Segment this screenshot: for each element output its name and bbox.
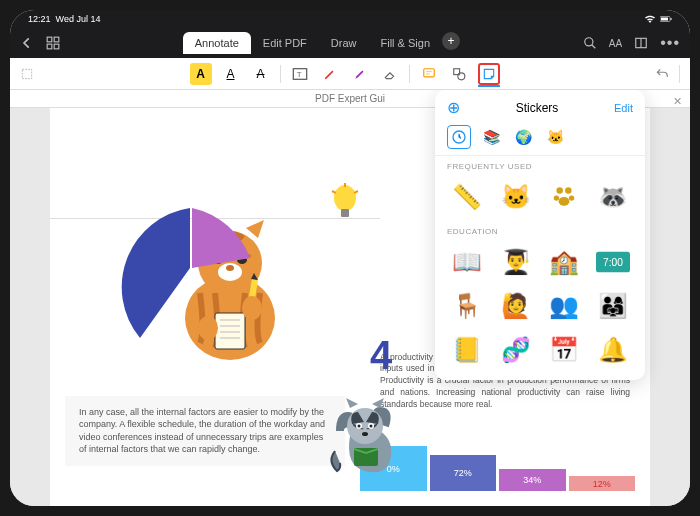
- stickers-title: Stickers: [516, 101, 559, 115]
- textsize-icon[interactable]: AA: [609, 38, 622, 49]
- book-icon[interactable]: [634, 36, 648, 50]
- svg-point-52: [565, 187, 572, 194]
- category-world[interactable]: 🌍: [511, 125, 535, 149]
- bar-chart: 0% 72% 34% 12%: [360, 441, 635, 491]
- wifi-icon: [644, 15, 656, 23]
- svg-rect-2: [671, 18, 672, 20]
- svg-rect-9: [22, 69, 31, 78]
- svg-point-7: [585, 38, 593, 46]
- svg-point-14: [457, 72, 464, 79]
- time: 12:21: [28, 14, 51, 24]
- svg-point-54: [569, 195, 574, 200]
- svg-rect-31: [341, 209, 349, 217]
- more-icon[interactable]: •••: [660, 34, 680, 52]
- tab-fill-sign[interactable]: Fill & Sign: [369, 32, 443, 54]
- status-bar: 12:21 Wed Jul 14: [10, 10, 690, 28]
- edit-stickers-button[interactable]: Edit: [614, 102, 633, 114]
- stickers-panel: ⊕ Stickers Edit 📚 🌍 🐱 FREQUENTLY USED 📏 …: [435, 90, 645, 380]
- strike-tool[interactable]: A: [250, 63, 272, 85]
- sticker-family[interactable]: 👨‍👩‍👧: [591, 286, 635, 326]
- underline-tool[interactable]: A: [220, 63, 242, 85]
- top-bar: Annotate Edit PDF Draw Fill & Sign + AA …: [10, 28, 690, 58]
- sticker-school[interactable]: 🏫: [542, 242, 586, 282]
- cat-sticker[interactable]: [160, 208, 360, 388]
- sticker-cat-writing[interactable]: 🐱: [494, 177, 538, 217]
- document-title: PDF Expert Gui: [315, 93, 385, 104]
- category-cat[interactable]: 🐱: [543, 125, 567, 149]
- textbox-tool[interactable]: T: [289, 63, 311, 85]
- sticker-clock[interactable]: 7:00: [591, 242, 635, 282]
- svg-rect-12: [423, 68, 434, 76]
- svg-rect-3: [47, 37, 52, 42]
- note-tool[interactable]: [418, 63, 440, 85]
- category-recent[interactable]: [447, 125, 471, 149]
- marker-tool[interactable]: [349, 63, 371, 85]
- add-tab-button[interactable]: +: [442, 32, 460, 50]
- pen-tool[interactable]: [319, 63, 341, 85]
- sticker-notebook[interactable]: 📒: [445, 330, 489, 370]
- svg-rect-1: [661, 18, 668, 21]
- sticker-student[interactable]: 🙋: [494, 286, 538, 326]
- document-canvas[interactable]: PDF Expert Gui ✕: [10, 90, 690, 506]
- tab-draw[interactable]: Draw: [319, 32, 369, 54]
- svg-rect-4: [54, 37, 59, 42]
- date: Wed Jul 14: [56, 14, 101, 24]
- battery-icon: [660, 15, 672, 23]
- back-icon[interactable]: [20, 36, 34, 50]
- svg-point-30: [334, 185, 356, 211]
- svg-point-48: [362, 432, 368, 436]
- sticker-desk[interactable]: 🪑: [445, 286, 489, 326]
- close-document-icon[interactable]: ✕: [673, 92, 682, 110]
- sticker-tool[interactable]: [478, 63, 500, 85]
- svg-rect-6: [54, 44, 59, 49]
- add-stickers-button[interactable]: ⊕: [447, 98, 460, 117]
- sticker-paw[interactable]: [542, 177, 586, 217]
- svg-point-53: [554, 195, 559, 200]
- bar-4: 12%: [569, 476, 636, 491]
- svg-rect-5: [47, 44, 52, 49]
- select-icon[interactable]: [20, 67, 34, 81]
- search-icon[interactable]: [583, 36, 597, 50]
- svg-text:T: T: [296, 70, 301, 79]
- sticker-dna[interactable]: 🧬: [494, 330, 538, 370]
- highlight-tool[interactable]: A: [190, 63, 212, 85]
- sticker-crowd[interactable]: 👥: [542, 286, 586, 326]
- svg-point-51: [556, 187, 563, 194]
- sticker-book-open[interactable]: 📖: [445, 242, 489, 282]
- svg-text:7:00: 7:00: [603, 257, 623, 268]
- section-education: EDUCATION: [435, 221, 645, 238]
- eraser-tool[interactable]: [379, 63, 401, 85]
- text-box: In any case, all the internal factors ar…: [65, 396, 345, 466]
- sticker-bell[interactable]: 🔔: [591, 330, 635, 370]
- svg-point-43: [347, 408, 383, 444]
- shape-tool[interactable]: [448, 63, 470, 85]
- category-education[interactable]: 📚: [479, 125, 503, 149]
- annotate-toolbar: A A A T: [10, 58, 690, 90]
- svg-point-47: [370, 425, 373, 428]
- bar-2: 72%: [430, 455, 497, 491]
- undo-icon[interactable]: [655, 67, 669, 81]
- section-frequent: FREQUENTLY USED: [435, 156, 645, 173]
- svg-point-46: [358, 425, 361, 428]
- tab-annotate[interactable]: Annotate: [183, 32, 251, 54]
- bar-3: 34%: [499, 469, 566, 492]
- tab-edit-pdf[interactable]: Edit PDF: [251, 32, 319, 54]
- grid-icon[interactable]: [46, 36, 60, 50]
- svg-point-55: [559, 197, 570, 206]
- sticker-raccoon[interactable]: 🦝: [591, 177, 635, 217]
- sticker-graduate[interactable]: 👨‍🎓: [494, 242, 538, 282]
- sticker-ruler[interactable]: 📏: [445, 177, 489, 217]
- bulb-icon: [330, 183, 360, 223]
- sticker-calendar[interactable]: 📅: [542, 330, 586, 370]
- raccoon-sticker[interactable]: [330, 396, 400, 476]
